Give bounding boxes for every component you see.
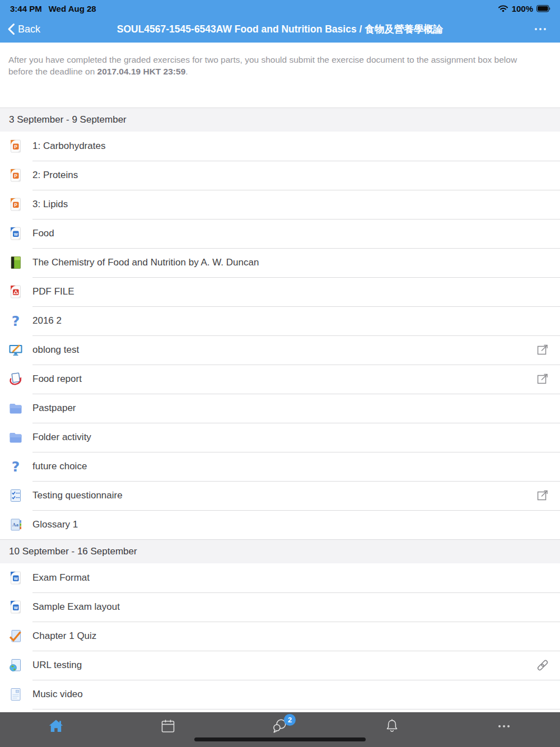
list-item-label: Music video xyxy=(32,689,83,700)
svg-text:W: W xyxy=(14,605,18,610)
section-header-label: 3 September - 9 September xyxy=(9,114,127,125)
list-item-label: Testing questionnaire xyxy=(32,490,123,501)
status-date: Wed Aug 28 xyxy=(49,4,96,13)
tab-calendar[interactable] xyxy=(112,713,224,747)
tab-bar: 2 xyxy=(0,712,560,747)
svg-text:P: P xyxy=(14,202,17,208)
list-item-label: 1: Carbohydrates xyxy=(32,141,105,152)
list-item[interactable]: Testing questionnaire xyxy=(0,481,560,510)
folder-icon xyxy=(8,430,23,445)
page-icon xyxy=(8,687,23,702)
status-bar: 3:44 PM Wed Aug 28 100% xyxy=(0,0,560,16)
course-summary: After you have completed the graded exer… xyxy=(0,43,560,77)
list-item[interactable]: WSample Exam layout xyxy=(0,592,560,622)
turnitin-icon xyxy=(8,372,23,386)
list-item-label: 2016 2 xyxy=(32,315,62,326)
link-icon[interactable] xyxy=(535,658,550,673)
pdf-icon xyxy=(8,284,23,299)
section-header: 10 September - 16 September xyxy=(0,539,560,563)
list-item[interactable]: oblong test xyxy=(0,335,560,365)
list-item-label: The Chemistry of Food and Nutrition by A… xyxy=(32,257,259,268)
back-button[interactable]: Back xyxy=(7,23,40,35)
status-time: 3:44 PM xyxy=(10,4,42,13)
list-item-label: Chapter 1 Quiz xyxy=(32,631,96,642)
list-item[interactable]: Food report xyxy=(0,365,560,394)
svg-text:?: ? xyxy=(12,459,20,475)
external-link-icon[interactable] xyxy=(535,372,550,386)
battery-percent: 100% xyxy=(512,4,533,13)
section-header: 3 September - 9 September xyxy=(0,108,560,132)
row-divider xyxy=(32,709,560,709)
list-item[interactable]: PDF FILE xyxy=(0,277,560,306)
assignment-icon xyxy=(8,343,23,357)
list-item[interactable]: ?future choice xyxy=(0,452,560,481)
list-item[interactable]: P2: Proteins xyxy=(0,161,560,190)
svg-text:P: P xyxy=(14,144,17,150)
more-options-button[interactable] xyxy=(533,27,548,31)
list-item-label: Pastpaper xyxy=(32,403,76,414)
section-header-label: 10 September - 16 September xyxy=(9,546,137,557)
bell-icon xyxy=(384,718,400,735)
book-icon xyxy=(8,255,23,270)
ellipsis-icon xyxy=(533,24,548,33)
list-item[interactable]: ?2016 2 xyxy=(0,306,560,335)
course-content: After you have completed the graded exer… xyxy=(0,43,560,712)
home-indicator[interactable] xyxy=(194,737,366,741)
messages-icon: 2 xyxy=(272,718,288,735)
list-item[interactable]: The Chemistry of Food and Nutrition by A… xyxy=(0,248,560,277)
list-item-label: 3: Lipids xyxy=(32,199,68,210)
word-icon: W xyxy=(8,571,23,585)
list-item-label: Glossary 1 xyxy=(32,519,78,530)
tab-more[interactable] xyxy=(448,713,560,747)
list-item-label: Food report xyxy=(32,374,82,385)
choice-icon: ? xyxy=(8,314,23,328)
home-icon xyxy=(48,718,64,735)
quiz-icon xyxy=(8,629,23,643)
back-label: Back xyxy=(18,24,40,35)
list-item-label: 2: Proteins xyxy=(32,170,78,181)
svg-text:W: W xyxy=(14,232,18,237)
url-icon xyxy=(8,658,23,673)
list-item[interactable]: P1: Carbohydrates xyxy=(0,132,560,161)
list-item-label: PDF FILE xyxy=(32,286,74,297)
list-item[interactable]: WExam Format xyxy=(0,563,560,592)
list-item[interactable]: P3: Lipids xyxy=(0,190,560,219)
list-item[interactable]: URL testing xyxy=(0,651,560,680)
list-item-label: Sample Exam layout xyxy=(32,601,120,613)
app-screen: 3:44 PM Wed Aug 28 100% xyxy=(0,0,560,747)
deadline-text: 2017.04.19 HKT 23:59 xyxy=(97,67,186,76)
list-item-label: future choice xyxy=(32,461,87,472)
list-item[interactable]: WFood xyxy=(0,219,560,248)
section-rows: WExam FormatWSample Exam layoutChapter 1… xyxy=(0,563,560,709)
tab-notifications[interactable] xyxy=(336,713,448,747)
list-item[interactable]: Chapter 1 Quiz xyxy=(0,622,560,651)
svg-text:P: P xyxy=(14,173,17,179)
messages-badge: 2 xyxy=(284,714,296,726)
external-link-icon[interactable] xyxy=(535,488,550,503)
tab-home[interactable] xyxy=(0,713,112,747)
list-item[interactable]: Folder activity xyxy=(0,423,560,452)
list-item[interactable]: Music video xyxy=(0,680,560,709)
calendar-icon xyxy=(160,718,176,735)
list-item-label: Food xyxy=(32,228,54,239)
questionnaire-icon xyxy=(8,488,23,503)
back-chevron-icon xyxy=(7,23,15,35)
tab-messages[interactable]: 2 xyxy=(224,713,336,747)
powerpoint-icon: P xyxy=(8,168,23,183)
word-icon: W xyxy=(8,600,23,614)
list-item[interactable]: Pastpaper xyxy=(0,394,560,423)
wifi-icon xyxy=(498,4,508,12)
svg-text:?: ? xyxy=(12,313,20,329)
svg-text:Aa: Aa xyxy=(12,522,18,527)
list-item-label: URL testing xyxy=(32,660,82,671)
list-item-label: Folder activity xyxy=(32,432,91,443)
battery-icon xyxy=(536,5,551,12)
external-link-icon[interactable] xyxy=(535,343,550,357)
folder-icon xyxy=(8,401,23,415)
list-item-label: Exam Format xyxy=(32,572,90,583)
list-item[interactable]: AaGlossary 1 xyxy=(0,510,560,539)
more-dots-icon xyxy=(496,718,512,735)
powerpoint-icon: P xyxy=(8,139,23,153)
choice-icon: ? xyxy=(8,459,23,474)
page-title: SOUL4567-1545-6543AW Food and Nutrition … xyxy=(62,22,498,36)
